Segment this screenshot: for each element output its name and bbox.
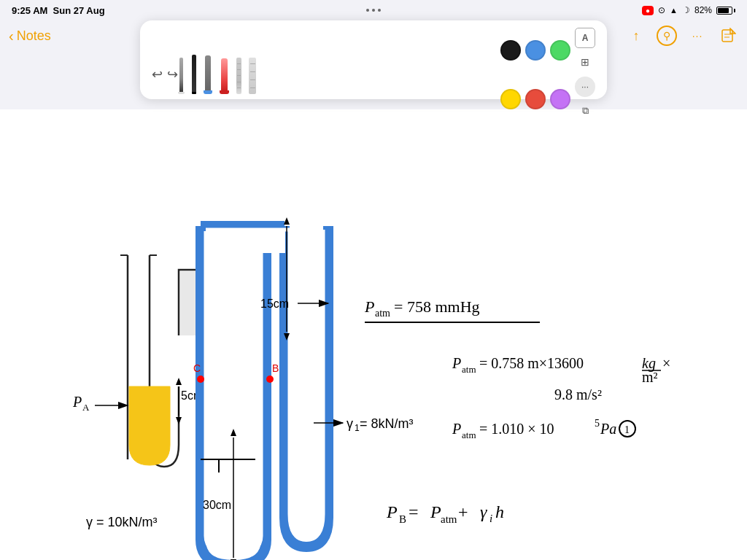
signal-icon: ▲ [670, 6, 678, 15]
svg-text:atm: atm [462, 364, 476, 375]
ellipsis-button[interactable]: ··· [687, 26, 708, 46]
svg-text:γ: γ [480, 502, 487, 521]
svg-text:atm: atm [462, 429, 476, 440]
svg-text:1: 1 [624, 424, 630, 435]
color-yellow[interactable] [500, 89, 521, 109]
svg-text:atm: atm [441, 513, 457, 525]
nav-actions: ↑ ⚲ ··· [626, 26, 738, 46]
svg-point-25 [197, 376, 204, 383]
color-row-2: ··· ⧉ [500, 77, 595, 121]
svg-text:atm: atm [375, 308, 390, 319]
svg-marker-23 [284, 217, 290, 225]
copy-icon[interactable]: ⧉ [575, 101, 595, 121]
svg-text:A: A [82, 402, 90, 413]
svg-text:= 0.758 m×13600: = 0.758 m×13600 [479, 355, 584, 371]
svg-rect-15 [206, 231, 285, 253]
back-chevron-icon: ‹ [9, 28, 14, 44]
svg-text:15cm: 15cm [260, 298, 289, 310]
search-button[interactable]: ⚲ [657, 26, 677, 46]
svg-point-27 [266, 376, 274, 383]
pen-tool[interactable] [192, 55, 196, 94]
color-purple[interactable] [550, 89, 570, 109]
svg-text:P: P [452, 355, 461, 371]
svg-text:×: × [662, 355, 670, 371]
battery-percent: 82% [694, 5, 712, 15]
nav-back[interactable]: ‹ Notes [9, 28, 51, 44]
svg-text:Pa: Pa [600, 421, 616, 437]
svg-text:m²: m² [642, 369, 658, 385]
svg-text:B: B [399, 513, 406, 525]
svg-text:B: B [272, 362, 279, 374]
share-button[interactable]: ↑ [626, 26, 646, 46]
svg-text:C: C [193, 362, 201, 374]
svg-text:= 8kN/m³: = 8kN/m³ [360, 416, 414, 431]
svg-marker-18 [231, 429, 236, 436]
status-bar: 9:25 AM Sun 27 Aug ● ⊙ ▲ ☽ 82% [0, 0, 747, 20]
undo-redo-group: ↩ ↪ [152, 66, 178, 82]
note-canvas[interactable]: P A 5cm 30cm 15cm [0, 109, 747, 560]
wifi-icon: ⊙ [658, 5, 665, 15]
svg-text:+: + [458, 502, 468, 521]
status-dot-1 [366, 9, 369, 12]
handwriting-content: P A 5cm 30cm 15cm [0, 109, 747, 560]
svg-text:P: P [430, 502, 441, 521]
text-icon[interactable]: A [575, 28, 595, 48]
svg-text:P: P [452, 421, 461, 437]
ruler-tool[interactable] [249, 58, 256, 94]
marker-tool[interactable] [204, 55, 212, 94]
moon-icon: ☽ [682, 5, 690, 15]
undo-button[interactable]: ↩ [152, 66, 163, 82]
svg-text:h: h [495, 502, 504, 521]
redo-button[interactable]: ↪ [167, 66, 178, 82]
status-right: ● ⊙ ▲ ☽ 82% [642, 5, 735, 15]
status-dot-2 [372, 9, 375, 12]
svg-text:P: P [364, 298, 374, 316]
svg-text:30cm: 30cm [203, 499, 231, 511]
nav-back-label[interactable]: Notes [17, 28, 51, 44]
status-center-dots [366, 9, 381, 12]
svg-text:P: P [72, 394, 82, 410]
highlighter-tool[interactable] [220, 58, 229, 94]
svg-marker-10 [176, 378, 182, 385]
color-black[interactable] [500, 40, 521, 61]
color-blue[interactable] [525, 40, 546, 61]
svg-marker-11 [176, 417, 182, 424]
drawing-toolbar: ↩ ↪ [140, 20, 607, 99]
status-dot-3 [378, 9, 381, 12]
svg-text:= 758 mmHg: = 758 mmHg [394, 298, 480, 316]
toolbar-top-row: ↩ ↪ [152, 28, 595, 121]
svg-text:= 1.010 × 10: = 1.010 × 10 [479, 421, 554, 437]
status-time-date: 9:25 AM Sun 27 Aug [12, 5, 105, 16]
record-button[interactable]: ● [642, 6, 654, 15]
color-green[interactable] [550, 40, 570, 61]
svg-text:i: i [489, 513, 492, 524]
svg-text:5: 5 [595, 418, 600, 429]
color-row-1: A ⊞ [500, 28, 595, 72]
svg-text:γ = 10kN/m³: γ = 10kN/m³ [86, 515, 158, 529]
svg-text:=: = [409, 502, 419, 521]
svg-rect-0 [722, 30, 732, 42]
tool-selector [178, 55, 500, 94]
lasso-icon[interactable]: ⊞ [575, 52, 595, 72]
svg-text:P: P [386, 502, 398, 521]
compose-button[interactable] [718, 26, 738, 46]
eraser-tool[interactable] [236, 58, 241, 94]
svg-text:1: 1 [355, 423, 360, 433]
svg-text:γ: γ [347, 416, 353, 431]
more-options-button[interactable]: ··· [575, 77, 595, 97]
color-red[interactable] [525, 89, 546, 109]
battery-icon [716, 7, 735, 15]
svg-text:9.8 m/s²: 9.8 m/s² [554, 386, 602, 402]
pencil-tool[interactable] [178, 58, 185, 94]
